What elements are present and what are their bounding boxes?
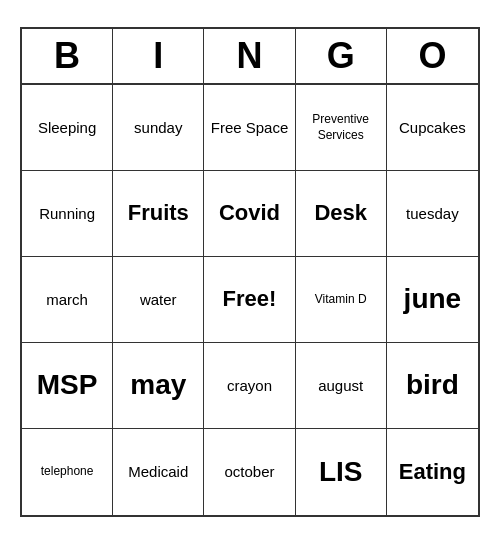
bingo-grid: SleepingsundayFree SpacePreventive Servi…: [22, 85, 478, 515]
header-letter: B: [22, 29, 113, 83]
cell-text: may: [130, 367, 186, 403]
cell-text: Free Space: [211, 118, 289, 138]
bingo-cell: Preventive Services: [296, 85, 387, 171]
cell-text: Running: [39, 204, 95, 224]
bingo-cell: Vitamin D: [296, 257, 387, 343]
cell-text: october: [224, 462, 274, 482]
bingo-cell: Medicaid: [113, 429, 204, 515]
cell-text: Eating: [399, 458, 466, 487]
cell-text: march: [46, 290, 88, 310]
bingo-cell: march: [22, 257, 113, 343]
bingo-cell: Free!: [204, 257, 295, 343]
cell-text: Preventive Services: [300, 112, 382, 143]
cell-text: Free!: [223, 285, 277, 314]
cell-text: Medicaid: [128, 462, 188, 482]
bingo-cell: bird: [387, 343, 478, 429]
cell-text: august: [318, 376, 363, 396]
bingo-cell: Eating: [387, 429, 478, 515]
bingo-cell: Covid: [204, 171, 295, 257]
bingo-cell: sunday: [113, 85, 204, 171]
cell-text: Fruits: [128, 199, 189, 228]
bingo-cell: MSP: [22, 343, 113, 429]
bingo-cell: Desk: [296, 171, 387, 257]
bingo-cell: Running: [22, 171, 113, 257]
bingo-cell: august: [296, 343, 387, 429]
bingo-card: BINGO SleepingsundayFree SpacePreventive…: [20, 27, 480, 517]
cell-text: telephone: [41, 464, 94, 480]
cell-text: LIS: [319, 454, 363, 490]
header-letter: I: [113, 29, 204, 83]
bingo-cell: Fruits: [113, 171, 204, 257]
bingo-cell: october: [204, 429, 295, 515]
cell-text: crayon: [227, 376, 272, 396]
header-letter: O: [387, 29, 478, 83]
bingo-cell: crayon: [204, 343, 295, 429]
bingo-cell: Sleeping: [22, 85, 113, 171]
bingo-cell: water: [113, 257, 204, 343]
cell-text: sunday: [134, 118, 182, 138]
bingo-cell: Cupcakes: [387, 85, 478, 171]
cell-text: Sleeping: [38, 118, 96, 138]
cell-text: MSP: [37, 367, 98, 403]
cell-text: Cupcakes: [399, 118, 466, 138]
bingo-header: BINGO: [22, 29, 478, 85]
bingo-cell: may: [113, 343, 204, 429]
bingo-cell: tuesday: [387, 171, 478, 257]
header-letter: N: [204, 29, 295, 83]
cell-text: Desk: [314, 199, 367, 228]
cell-text: tuesday: [406, 204, 459, 224]
cell-text: Covid: [219, 199, 280, 228]
bingo-cell: june: [387, 257, 478, 343]
cell-text: Vitamin D: [315, 292, 367, 308]
bingo-cell: Free Space: [204, 85, 295, 171]
bingo-cell: telephone: [22, 429, 113, 515]
header-letter: G: [296, 29, 387, 83]
bingo-cell: LIS: [296, 429, 387, 515]
cell-text: bird: [406, 367, 459, 403]
cell-text: water: [140, 290, 177, 310]
cell-text: june: [404, 281, 462, 317]
